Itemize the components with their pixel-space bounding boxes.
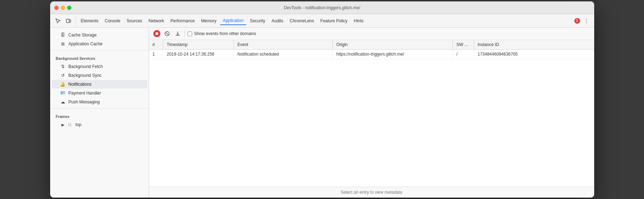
- background-services-section: Background Services ⇅ Background Fetch ↺…: [50, 53, 149, 106]
- cell-sw: /: [453, 50, 474, 59]
- sidebar-item-top-frame[interactable]: ▶ □ top: [52, 120, 147, 129]
- col-header-num: #: [149, 40, 163, 50]
- frames-section: Frames ▶ □ top: [50, 111, 149, 129]
- error-badge: 1: [574, 18, 580, 24]
- col-header-event: Event: [234, 40, 333, 50]
- tab-sources[interactable]: Sources: [124, 17, 145, 25]
- svg-line-3: [165, 32, 169, 35]
- card-icon: 🪪: [60, 91, 66, 96]
- record-dot: [155, 32, 158, 35]
- cell-instance-id: 17348446094636705: [474, 50, 594, 59]
- sidebar-item-push-messaging[interactable]: ☁ Push Messaging: [52, 98, 147, 106]
- col-header-timestamp: Timestamp: [163, 40, 234, 50]
- tab-audits[interactable]: Audits: [269, 17, 286, 25]
- col-header-instance-id: Instance ID: [474, 40, 594, 50]
- cell-num: 1: [149, 50, 163, 59]
- metadata-hint-text: Select an entry to view metadata: [341, 190, 402, 195]
- sidebar-item-label: Push Messaging: [69, 100, 100, 104]
- tab-bar: Elements Console Sources Network Perform…: [50, 14, 594, 28]
- sidebar-item-cache-storage[interactable]: 🗄 Cache Storage: [52, 31, 147, 39]
- svg-rect-1: [69, 20, 71, 22]
- window-title: DevTools - notification-triggers.glitch.…: [284, 5, 360, 10]
- record-button[interactable]: [153, 30, 160, 37]
- separator: [50, 50, 149, 51]
- tab-network[interactable]: Network: [146, 17, 167, 25]
- sync-icon: ↺: [60, 73, 66, 78]
- more-menu-button[interactable]: ⋮: [581, 16, 591, 26]
- show-events-checkbox-label[interactable]: Show events from other domains: [188, 31, 256, 36]
- sidebar-item-label: Notifications: [69, 82, 91, 87]
- arrows-icon: ⇅: [60, 64, 66, 69]
- tab-memory[interactable]: Memory: [198, 17, 219, 25]
- separator: [76, 17, 76, 25]
- checkbox-text: Show events from other domains: [194, 31, 256, 36]
- tab-feature-policy[interactable]: Feature Policy: [318, 17, 350, 25]
- sidebar-item-label: Background Fetch: [69, 64, 103, 69]
- sidebar-item-label: Payment Handler: [69, 91, 101, 96]
- table-row[interactable]: 1 2019-10-24 14:17:36.256 Notification s…: [149, 50, 594, 59]
- folder-icon: □: [67, 122, 73, 127]
- sidebar-item-notifications[interactable]: 🔔 Notifications: [52, 80, 147, 89]
- clear-button[interactable]: [163, 30, 171, 38]
- separator: [184, 30, 185, 37]
- sidebar-item-background-sync[interactable]: ↺ Background Sync: [52, 71, 147, 80]
- tab-performance[interactable]: Performance: [168, 17, 198, 25]
- svg-rect-0: [66, 19, 69, 23]
- tab-elements[interactable]: Elements: [78, 17, 101, 25]
- sidebar-item-payment-handler[interactable]: 🪪 Payment Handler: [52, 89, 147, 97]
- notifications-table: # Timestamp Event Origin SW ... Instance…: [149, 40, 594, 59]
- grid-icon: ⊞: [60, 41, 66, 46]
- metadata-hint-bar: Select an entry to view metadata: [149, 187, 594, 198]
- minimize-button[interactable]: [61, 6, 65, 10]
- maximize-button[interactable]: [67, 6, 71, 10]
- separator: [50, 108, 149, 109]
- download-button[interactable]: [174, 30, 182, 38]
- content-area: Show events from other domains # Timesta…: [149, 28, 594, 198]
- tab-chromelens[interactable]: ChromeLens: [287, 17, 317, 25]
- main-content: 🗄 Cache Storage ⊞ Application Cache Back…: [50, 28, 594, 198]
- tab-security[interactable]: Security: [247, 17, 268, 25]
- titlebar: DevTools - notification-triggers.glitch.…: [50, 1, 594, 14]
- toolbar-right: 1 ⋮: [574, 16, 591, 26]
- notifications-table-container[interactable]: # Timestamp Event Origin SW ... Instance…: [149, 40, 594, 187]
- storage-section: 🗄 Cache Storage ⊞ Application Cache: [50, 28, 149, 48]
- col-header-origin: Origin: [333, 40, 453, 50]
- sidebar-item-label: Background Sync: [69, 73, 102, 78]
- sidebar-item-label: Cache Storage: [69, 33, 97, 38]
- download-icon: [175, 31, 181, 36]
- table-header-row: # Timestamp Event Origin SW ... Instance…: [149, 40, 594, 50]
- tab-console[interactable]: Console: [102, 17, 123, 25]
- inspect-element-button[interactable]: [53, 16, 63, 26]
- sidebar-item-label: top: [76, 122, 82, 127]
- col-header-sw: SW ...: [453, 40, 474, 50]
- close-button[interactable]: [54, 6, 59, 10]
- traffic-lights: [54, 6, 71, 10]
- triangle-icon: ▶: [60, 123, 66, 127]
- devtools-window: DevTools - notification-triggers.glitch.…: [50, 1, 594, 198]
- cell-event: Notification scheduled: [234, 50, 333, 59]
- cell-timestamp: 2019-10-24 14:17:36.256: [163, 50, 234, 59]
- device-toolbar-button[interactable]: [64, 16, 73, 26]
- error-count[interactable]: 1: [574, 18, 580, 24]
- content-toolbar: Show events from other domains: [149, 28, 594, 40]
- tab-hints[interactable]: Hints: [351, 17, 366, 25]
- bell-icon: 🔔: [60, 82, 66, 87]
- section-header-background-services: Background Services: [50, 53, 149, 62]
- sidebar-item-background-fetch[interactable]: ⇅ Background Fetch: [52, 62, 147, 71]
- cloud-icon: ☁: [60, 100, 66, 104]
- cell-origin: https://notification-triggers.glitch.me/: [333, 50, 453, 59]
- ban-icon: [164, 31, 170, 36]
- section-header-frames: Frames: [50, 111, 149, 120]
- sidebar-item-application-cache[interactable]: ⊞ Application Cache: [52, 40, 147, 48]
- database-icon: 🗄: [60, 33, 66, 38]
- sidebar: 🗄 Cache Storage ⊞ Application Cache Back…: [50, 28, 149, 198]
- sidebar-item-label: Application Cache: [69, 41, 103, 46]
- show-events-checkbox[interactable]: [188, 32, 192, 36]
- tab-application[interactable]: Application: [220, 17, 247, 25]
